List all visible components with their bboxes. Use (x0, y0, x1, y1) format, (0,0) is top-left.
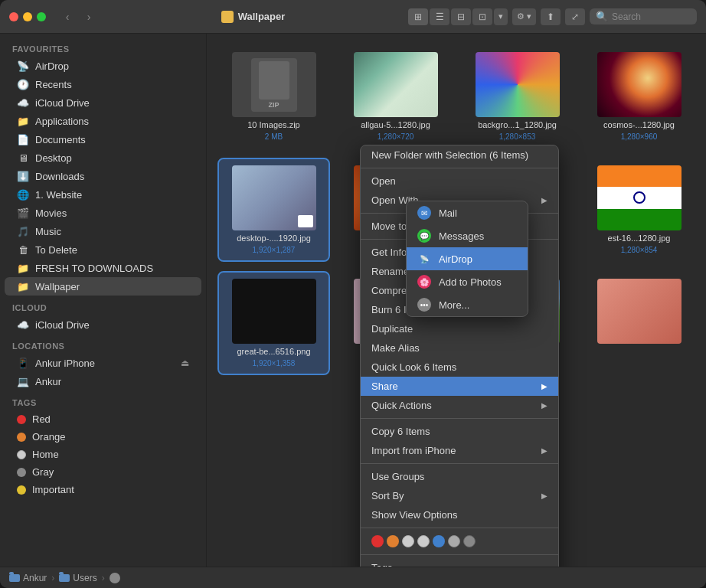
menu-item-copy[interactable]: Copy 6 Items (361, 422, 558, 441)
breadcrumb-item-users[interactable]: Users (73, 573, 96, 583)
file-grid[interactable]: ZIP 10 Images.zip 2 MB allgau-5...1280.j… (207, 34, 706, 567)
file-item-pink2[interactable] (584, 273, 694, 374)
menu-item-get-info[interactable]: Get Info (361, 243, 558, 262)
sidebar-item-label: Important (32, 484, 189, 495)
back-button[interactable]: ‹ (58, 9, 77, 24)
context-menu[interactable]: New Folder with Selection (6 Items) Open… (360, 145, 559, 567)
sidebar-item-tag-important[interactable]: Important (5, 481, 201, 498)
search-bar[interactable]: 🔍 (590, 8, 697, 24)
color-tag-dark[interactable] (463, 535, 476, 547)
sidebar-item-label: iCloud Drive (35, 319, 189, 331)
sidebar-item-movies[interactable]: 🎬 Movies (5, 204, 201, 222)
action-dropdown[interactable]: ⚙ ▾ (512, 8, 536, 25)
file-name: est-16...1280.jpg (608, 234, 671, 243)
sidebar-item-label: Movies (35, 207, 189, 219)
menu-item-open[interactable]: Open (361, 172, 558, 191)
share-button[interactable]: ⬆ (541, 8, 561, 25)
file-item-backgro[interactable]: backgro...1_1280.jpg 1,280×853 (462, 46, 572, 147)
sidebar-item-website[interactable]: 🌐 1. Website (5, 185, 201, 204)
maximize-button[interactable] (37, 12, 46, 21)
color-tag-orange[interactable] (387, 535, 399, 547)
folder-small-icon-2 (59, 574, 70, 582)
color-tag-gray[interactable] (448, 535, 460, 547)
titlebar: ‹ › Wallpaper ⊞ ☰ ⊟ ⊡ ▾ ⚙ ▾ ⬆ ⤢ (0, 0, 706, 34)
user-icon-small (109, 573, 120, 583)
sidebar-item-recents[interactable]: 🕐 Recents (5, 75, 201, 93)
view-buttons: ⊞ ☰ ⊟ ⊡ ▾ (408, 8, 508, 25)
file-thumbnail (354, 52, 438, 117)
sidebar-item-fresh-downloads[interactable]: 📁 FRESH TO DOWNLOADS (5, 259, 201, 277)
file-thumbnail (476, 52, 560, 117)
menu-item-use-groups[interactable]: Use Groups (361, 467, 558, 486)
sidebar-item-documents[interactable]: 📄 Documents (5, 130, 201, 149)
color-tag-white[interactable] (417, 535, 430, 547)
menu-item-quick-look[interactable]: Quick Look 6 Items (361, 358, 558, 377)
toolbar-right: ⊞ ☰ ⊟ ⊡ ▾ ⚙ ▾ ⬆ ⤢ 🔍 (408, 8, 697, 25)
menu-item-duplicate[interactable]: Duplicate (361, 319, 558, 338)
sidebar-item-music[interactable]: 🎵 Music (5, 222, 201, 240)
forward-button[interactable]: › (80, 9, 98, 24)
color-tag-gray-light[interactable] (402, 535, 414, 547)
breadcrumb-item-ankur[interactable]: Ankur (23, 573, 47, 583)
folder-small-icon (9, 574, 20, 582)
sidebar-item-airdrop[interactable]: 📡 AirDrop (5, 57, 201, 75)
sidebar-item-label: Orange (32, 431, 189, 443)
sidebar-item-wallpaper[interactable]: 📁 Wallpaper (5, 277, 201, 296)
file-item-zip[interactable]: ZIP 10 Images.zip 2 MB (219, 46, 328, 147)
sidebar-item-icloud-drive-2[interactable]: ☁️ iCloud Drive (5, 315, 201, 334)
sidebar-item-iphone[interactable]: 📱 Ankur iPhone ⏏ (5, 354, 201, 372)
file-item-allgau[interactable]: allgau-5...1280.jpg 1,280×720 (341, 46, 450, 147)
file-item-india[interactable]: est-16...1280.jpg 1,280×854 (584, 159, 694, 260)
menu-separator (361, 168, 558, 168)
sidebar-item-to-delete[interactable]: 🗑 To Delete (5, 240, 201, 259)
search-input[interactable] (612, 11, 691, 22)
downloads-icon: ⬇️ (17, 170, 29, 182)
sidebar-item-label: FRESH TO DOWNLOADS (35, 263, 189, 274)
sidebar-item-tag-home[interactable]: Home (5, 446, 201, 463)
file-meta: 1,280×720 (378, 132, 414, 141)
view-columns-button[interactable]: ⊟ (451, 8, 471, 25)
sidebar-item-ankur[interactable]: 💻 Ankur (5, 372, 201, 390)
sidebar-item-label: Documents (35, 134, 189, 145)
menu-item-tags[interactable]: Tags... (361, 558, 558, 567)
menu-item-share[interactable]: Share ▶ (361, 377, 558, 396)
menu-item-open-with[interactable]: Open With ▶ (361, 191, 558, 210)
sidebar-item-tag-gray[interactable]: Gray (5, 463, 201, 481)
sidebar-item-downloads[interactable]: ⬇️ Downloads (5, 167, 201, 185)
file-item-cosmos[interactable]: cosmos-...1280.jpg 1,280×960 (584, 46, 694, 147)
sidebar-item-icloud-drive[interactable]: ☁️ iCloud Drive (5, 93, 201, 112)
file-thumbnail: ZIP (232, 52, 316, 117)
menu-item-show-view[interactable]: Show View Options (361, 505, 558, 524)
sidebar-item-desktop[interactable]: 🖥 Desktop (5, 149, 201, 167)
minimize-button[interactable] (23, 12, 32, 21)
sidebar-item-tag-orange[interactable]: Orange (5, 428, 201, 446)
menu-item-new-folder-sel[interactable]: New Folder with Selection (6 Items) (361, 145, 558, 165)
view-gallery-button[interactable]: ⊡ (472, 8, 492, 25)
color-tag-blue[interactable] (433, 535, 445, 547)
menu-item-quick-actions[interactable]: Quick Actions ▶ (361, 396, 558, 415)
color-tag-red[interactable] (371, 535, 384, 547)
view-list-button[interactable]: ☰ (430, 8, 449, 25)
file-name: 10 Images.zip (247, 120, 299, 129)
fresh-icon: 📁 (17, 262, 29, 274)
view-dropdown[interactable]: ▾ (494, 8, 508, 25)
sidebar-item-applications[interactable]: 📁 Applications (5, 112, 201, 130)
menu-item-rename[interactable]: Rename 6 Items... (361, 262, 558, 281)
file-item-desktop[interactable]: desktop-....1920.jpg 1,920×1,287 (219, 159, 328, 260)
menu-item-compress[interactable]: Compress 6 Items (361, 281, 558, 300)
sidebar-item-tag-red[interactable]: Red (5, 410, 201, 428)
open-with-arrow: ▶ (541, 196, 547, 204)
icloud-drive-icon: ☁️ (17, 318, 29, 331)
fullscreen-button[interactable]: ⤢ (565, 8, 585, 25)
file-item-great[interactable]: great-be...6516.png 1,920×1,358 (219, 273, 328, 374)
close-button[interactable] (9, 12, 18, 21)
menu-item-burn[interactable]: Burn 6 Items to Disc... (361, 300, 558, 319)
menu-item-import[interactable]: Import from iPhone ▶ (361, 441, 558, 460)
menu-item-sort-by[interactable]: Sort By ▶ (361, 486, 558, 505)
file-name: cosmos-...1280.jpg (603, 120, 675, 129)
menu-item-make-alias[interactable]: Make Alias (361, 338, 558, 358)
view-grid-button[interactable]: ⊞ (408, 8, 428, 25)
eject-button[interactable]: ⏏ (181, 358, 189, 368)
breadcrumb-separator: › (102, 573, 105, 583)
menu-item-move-to-bin[interactable]: Move to Bin (361, 217, 558, 236)
